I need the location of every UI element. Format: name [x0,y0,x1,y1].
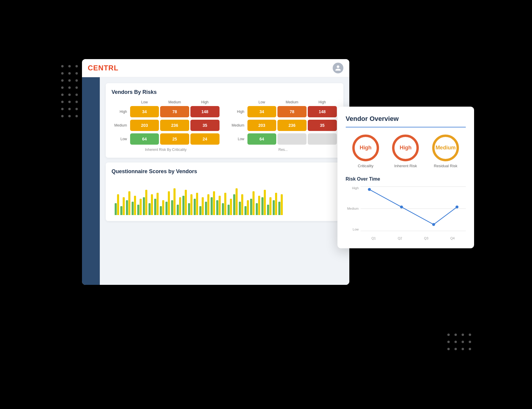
bar-group [165,191,170,215]
bar-green [233,194,235,215]
residual-risk-ring: Medium [432,135,459,161]
t2-med-med: 236 [277,120,307,131]
bar-yellow [185,190,187,215]
table2-label: Res... [229,148,337,152]
questionnaire-scores-panel: Questionnaire Scores by Vendors [106,162,343,221]
vendor-overview-title: Vendor Overview [346,115,466,127]
bar-green [115,203,117,215]
bar-group [239,194,243,215]
browser-header: CENTRL [82,59,349,77]
bar-group [211,191,215,215]
bar-green [256,203,258,215]
bar-yellow [269,197,271,215]
bar-group [182,190,187,215]
bar-yellow [179,197,181,215]
line-chart-svg [361,187,466,228]
bar-group [261,190,266,215]
svg-point-0 [368,188,371,191]
table2-header: Low Medium High [247,100,337,104]
table1-row-low: Low 64 25 24 [112,133,220,145]
risk-tables: Low Medium High High 34 78 148 [112,100,337,152]
bar-green [278,202,280,215]
criticality-value: High [360,145,372,151]
t2-med-high: 35 [308,120,337,131]
bar-group [149,194,153,215]
bar-yellow [145,190,147,215]
bar-group [171,188,176,215]
vendors-by-risks-panel: Vendors By Risks Low Medium High High [106,83,343,158]
svg-point-2 [432,223,435,226]
bar-green [120,206,122,215]
user-avatar[interactable] [333,63,343,73]
residual-risk-value: Medium [435,145,456,151]
app-logo: CENTRL [88,64,119,72]
bar-yellow [190,194,192,215]
bar-green [149,203,151,215]
bar-group [250,191,255,215]
browser-window: CENTRL Vendors By Risks Low Medium [82,59,349,285]
bar-green [143,197,145,215]
circles-row: High Criticality High Inherent Risk Medi… [346,135,466,168]
bar-group [188,194,192,215]
bar-yellow [117,194,119,215]
bar-yellow [213,191,215,215]
bar-green [126,200,128,215]
bar-green [261,197,263,215]
t2-low-high [308,133,337,145]
t2-low-med [277,133,307,145]
risk-over-time: Risk Over Time High Medium Low [346,176,466,240]
t2-high-med: 78 [277,106,307,117]
bar-green [228,205,230,215]
bar-group [194,193,198,215]
t1-low-low: 64 [130,133,159,145]
bar-group [256,196,260,215]
bar-green [211,197,213,215]
bar-chart [112,179,337,215]
bar-yellow [202,197,204,215]
t2-med-low: 203 [247,120,277,131]
table2-row-high: High 34 78 148 [229,105,337,118]
bar-green [154,199,156,215]
bar-yellow [173,188,176,215]
residual-risk-label: Residual Risk [434,164,457,168]
bar-group [216,196,221,215]
bar-group [233,188,238,215]
bar-group [154,193,159,215]
residual-risk-table: Low Medium High High 34 78 148 [229,100,337,152]
bar-green [132,202,134,215]
vendors-by-risks-title: Vendors By Risks [112,89,337,95]
criticality-ring: High [352,135,379,161]
bar-group [143,190,147,215]
t2-high-high: 148 [308,106,337,117]
bar-yellow [151,194,153,215]
bar-green [188,203,190,215]
sidebar [82,77,100,285]
table1-header: Low Medium High [130,100,220,104]
bar-group [137,199,142,215]
bar-green [250,199,252,215]
bar-green [137,205,139,215]
dots-left [61,65,78,117]
bar-yellow [247,200,249,215]
bar-group [278,194,283,215]
bar-yellow [196,193,198,215]
dots-right [447,334,471,350]
bar-yellow [134,196,136,215]
t1-high-med: 78 [160,106,189,117]
bar-green [205,202,207,215]
table2-row-low: Low 64 [229,133,337,145]
bar-group [244,200,249,215]
bar-yellow [236,188,238,215]
t1-high-low: 34 [130,106,159,117]
bar-green [160,206,162,215]
vendor-overview-panel: Vendor Overview High Criticality High In… [337,107,474,248]
criticality-item: High Criticality [352,135,379,168]
bar-green [199,206,201,215]
bar-green [267,205,269,215]
bar-group [273,193,277,215]
inherent-risk-table: Low Medium High High 34 78 148 [112,100,220,152]
t2-high-low: 34 [247,106,277,117]
bar-yellow [230,199,232,215]
bar-group [115,194,119,215]
bar-group [132,196,136,215]
